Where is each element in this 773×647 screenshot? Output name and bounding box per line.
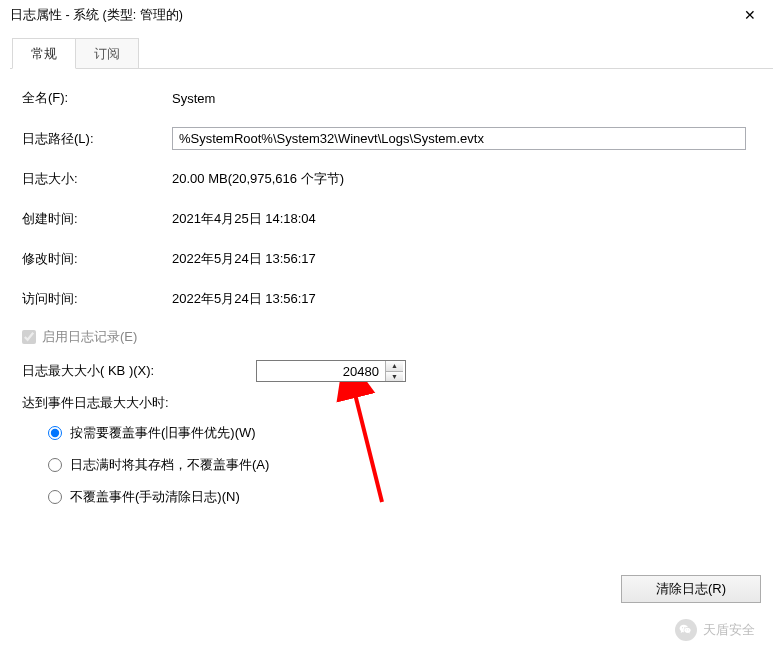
label-size: 日志大小:	[22, 170, 172, 188]
enable-logging-checkbox[interactable]	[22, 330, 36, 344]
row-path: 日志路径(L):	[22, 127, 761, 150]
radio-archive-label: 日志满时将其存档，不覆盖事件(A)	[70, 456, 269, 474]
radio-row-overwrite: 按需要覆盖事件(旧事件优先)(W)	[48, 424, 761, 442]
value-size: 20.00 MB(20,975,616 个字节)	[172, 170, 761, 188]
max-size-input[interactable]	[257, 361, 385, 381]
radio-row-no-overwrite: 不覆盖事件(手动清除日志)(N)	[48, 488, 761, 506]
row-created: 创建时间: 2021年4月25日 14:18:04	[22, 208, 761, 230]
radio-group-overflow: 按需要覆盖事件(旧事件优先)(W) 日志满时将其存档，不覆盖事件(A) 不覆盖事…	[22, 424, 761, 506]
radio-archive[interactable]	[48, 458, 62, 472]
label-fullname: 全名(F):	[22, 89, 172, 107]
label-when-max-reached: 达到事件日志最大大小时:	[22, 394, 761, 412]
radio-overwrite-as-needed[interactable]	[48, 426, 62, 440]
log-path-input[interactable]	[172, 127, 746, 150]
content-pane: 全名(F): System 日志路径(L): 日志大小: 20.00 MB(20…	[0, 69, 773, 530]
close-icon[interactable]: ✕	[727, 0, 773, 30]
label-modified: 修改时间:	[22, 250, 172, 268]
value-fullname: System	[172, 91, 761, 106]
spinner-down-icon[interactable]: ▼	[386, 372, 403, 382]
radio-overwrite-label: 按需要覆盖事件(旧事件优先)(W)	[70, 424, 256, 442]
tab-bar: 常规 订阅	[10, 38, 773, 69]
row-enable-logging: 启用日志记录(E)	[22, 328, 761, 346]
spinner-buttons: ▲ ▼	[385, 361, 403, 381]
label-accessed: 访问时间:	[22, 290, 172, 308]
label-created: 创建时间:	[22, 210, 172, 228]
clear-log-button[interactable]: 清除日志(R)	[621, 575, 761, 603]
tab-subscribe[interactable]: 订阅	[75, 38, 139, 68]
label-path: 日志路径(L):	[22, 130, 172, 148]
row-max-size: 日志最大大小( KB )(X): ▲ ▼	[22, 360, 761, 382]
value-created: 2021年4月25日 14:18:04	[172, 210, 761, 228]
enable-logging-label: 启用日志记录(E)	[42, 328, 137, 346]
row-modified: 修改时间: 2022年5月24日 13:56:17	[22, 248, 761, 270]
radio-no-overwrite[interactable]	[48, 490, 62, 504]
value-accessed: 2022年5月24日 13:56:17	[172, 290, 761, 308]
watermark: 天盾安全	[675, 619, 755, 641]
row-fullname: 全名(F): System	[22, 87, 761, 109]
value-modified: 2022年5月24日 13:56:17	[172, 250, 761, 268]
watermark-text: 天盾安全	[703, 621, 755, 639]
row-accessed: 访问时间: 2022年5月24日 13:56:17	[22, 288, 761, 310]
window-title: 日志属性 - 系统 (类型: 管理的)	[10, 7, 727, 24]
tab-general[interactable]: 常规	[12, 38, 76, 69]
label-max-size: 日志最大大小( KB )(X):	[22, 362, 256, 380]
row-size: 日志大小: 20.00 MB(20,975,616 个字节)	[22, 168, 761, 190]
spinner-up-icon[interactable]: ▲	[386, 361, 403, 372]
wechat-icon	[675, 619, 697, 641]
window-titlebar: 日志属性 - 系统 (类型: 管理的) ✕	[0, 0, 773, 30]
radio-no-overwrite-label: 不覆盖事件(手动清除日志)(N)	[70, 488, 240, 506]
radio-row-archive: 日志满时将其存档，不覆盖事件(A)	[48, 456, 761, 474]
footer: 清除日志(R)	[621, 575, 761, 603]
max-size-spinner: ▲ ▼	[256, 360, 406, 382]
value-path	[172, 127, 761, 150]
